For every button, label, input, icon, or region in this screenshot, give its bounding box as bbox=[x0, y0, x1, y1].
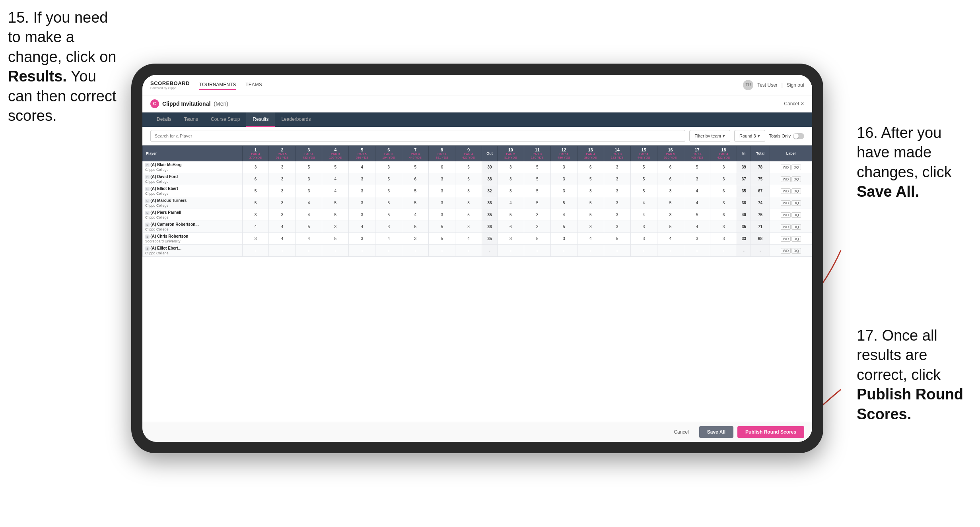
score-h13[interactable]: 5 bbox=[577, 173, 604, 185]
score-h9[interactable]: 3 bbox=[455, 221, 482, 233]
score-h4[interactable]: 5 bbox=[322, 161, 349, 173]
score-h6[interactable]: 5 bbox=[375, 209, 402, 221]
score-h18[interactable]: 6 bbox=[710, 185, 737, 197]
score-h10[interactable]: 4 bbox=[497, 197, 524, 209]
score-h14[interactable]: 3 bbox=[604, 161, 630, 173]
score-h10[interactable]: 3 bbox=[497, 185, 524, 197]
score-h17[interactable]: 3 bbox=[684, 233, 710, 245]
score-h11[interactable]: 5 bbox=[524, 233, 550, 245]
score-h16[interactable]: - bbox=[657, 245, 684, 257]
dq-button[interactable]: DQ bbox=[791, 200, 801, 206]
dq-button[interactable]: DQ bbox=[791, 212, 801, 218]
score-h7[interactable]: 3 bbox=[402, 233, 429, 245]
score-h3[interactable]: 4 bbox=[296, 197, 322, 209]
tab-leaderboards[interactable]: Leaderboards bbox=[275, 112, 317, 127]
tab-teams[interactable]: Teams bbox=[178, 112, 204, 127]
score-h9[interactable]: 5 bbox=[455, 209, 482, 221]
score-h16[interactable]: 5 bbox=[657, 221, 684, 233]
score-h2[interactable]: 3 bbox=[269, 161, 296, 173]
score-h14[interactable]: 3 bbox=[604, 173, 630, 185]
score-h3[interactable]: - bbox=[296, 245, 322, 257]
score-h4[interactable]: - bbox=[322, 245, 349, 257]
publish-round-scores-button[interactable]: Publish Round Scores bbox=[737, 426, 804, 438]
score-h6[interactable]: 5 bbox=[375, 197, 402, 209]
score-h6[interactable]: 4 bbox=[375, 233, 402, 245]
score-h14[interactable]: 5 bbox=[604, 233, 630, 245]
score-h5[interactable]: 3 bbox=[349, 197, 375, 209]
score-h15[interactable]: - bbox=[630, 245, 657, 257]
score-h3[interactable]: 3 bbox=[296, 173, 322, 185]
score-h15[interactable]: 4 bbox=[630, 197, 657, 209]
score-h7[interactable]: 5 bbox=[402, 161, 429, 173]
score-h14[interactable]: 3 bbox=[604, 185, 630, 197]
score-h6[interactable]: 3 bbox=[375, 221, 402, 233]
round-selector[interactable]: Round 3 ▾ bbox=[734, 130, 765, 142]
score-h8[interactable]: 3 bbox=[429, 209, 455, 221]
search-input[interactable] bbox=[150, 130, 685, 142]
score-h8[interactable]: 5 bbox=[429, 221, 455, 233]
nav-teams[interactable]: TEAMS bbox=[245, 80, 262, 90]
score-h18[interactable]: 6 bbox=[710, 209, 737, 221]
score-h14[interactable]: 3 bbox=[604, 209, 630, 221]
score-h4[interactable]: 5 bbox=[322, 197, 349, 209]
score-h16[interactable]: 4 bbox=[657, 233, 684, 245]
score-h15[interactable]: 5 bbox=[630, 185, 657, 197]
score-h11[interactable]: 5 bbox=[524, 173, 550, 185]
score-h5[interactable]: 3 bbox=[349, 173, 375, 185]
tab-course-setup[interactable]: Course Setup bbox=[204, 112, 246, 127]
score-h8[interactable]: 3 bbox=[429, 197, 455, 209]
score-h15[interactable]: 5 bbox=[630, 173, 657, 185]
score-h5[interactable]: 4 bbox=[349, 161, 375, 173]
dq-button[interactable]: DQ bbox=[791, 224, 801, 230]
score-h17[interactable]: 4 bbox=[684, 221, 710, 233]
score-h2[interactable]: - bbox=[269, 245, 296, 257]
score-h12[interactable]: - bbox=[550, 245, 577, 257]
score-h18[interactable]: 3 bbox=[710, 233, 737, 245]
score-h13[interactable]: 4 bbox=[577, 233, 604, 245]
score-h2[interactable]: 3 bbox=[269, 197, 296, 209]
score-h17[interactable]: 5 bbox=[684, 161, 710, 173]
score-h1[interactable]: - bbox=[242, 245, 269, 257]
score-h11[interactable]: 3 bbox=[524, 221, 550, 233]
score-h8[interactable]: 6 bbox=[429, 161, 455, 173]
score-h7[interactable]: 4 bbox=[402, 209, 429, 221]
score-h4[interactable]: 4 bbox=[322, 185, 349, 197]
score-h13[interactable]: 6 bbox=[577, 161, 604, 173]
score-h5[interactable]: 4 bbox=[349, 221, 375, 233]
filter-team-btn[interactable]: Filter by team ▾ bbox=[689, 130, 730, 142]
score-h12[interactable]: 3 bbox=[550, 161, 577, 173]
score-h16[interactable]: 6 bbox=[657, 161, 684, 173]
score-h14[interactable]: 3 bbox=[604, 197, 630, 209]
score-h2[interactable]: 4 bbox=[269, 221, 296, 233]
score-h1[interactable]: 3 bbox=[242, 233, 269, 245]
score-h11[interactable]: 5 bbox=[524, 161, 550, 173]
score-h2[interactable]: 4 bbox=[269, 233, 296, 245]
score-h10[interactable]: 3 bbox=[497, 233, 524, 245]
score-h3[interactable]: 5 bbox=[296, 161, 322, 173]
score-h3[interactable]: 4 bbox=[296, 209, 322, 221]
score-h18[interactable]: 3 bbox=[710, 161, 737, 173]
score-h11[interactable]: - bbox=[524, 245, 550, 257]
score-h11[interactable]: 5 bbox=[524, 185, 550, 197]
score-h17[interactable]: 4 bbox=[684, 185, 710, 197]
score-h7[interactable]: - bbox=[402, 245, 429, 257]
score-h15[interactable]: 4 bbox=[630, 209, 657, 221]
sign-out-link[interactable]: Sign out bbox=[787, 82, 804, 88]
cancel-action-button[interactable]: Cancel bbox=[667, 426, 695, 438]
score-h7[interactable]: 6 bbox=[402, 173, 429, 185]
dq-button[interactable]: DQ bbox=[791, 236, 801, 242]
score-h16[interactable]: 3 bbox=[657, 209, 684, 221]
score-h9[interactable]: - bbox=[455, 245, 482, 257]
dq-button[interactable]: DQ bbox=[791, 188, 801, 194]
score-h4[interactable]: 3 bbox=[322, 221, 349, 233]
score-h6[interactable]: - bbox=[375, 245, 402, 257]
score-h18[interactable]: 3 bbox=[710, 173, 737, 185]
score-h5[interactable]: 3 bbox=[349, 209, 375, 221]
score-h10[interactable]: 3 bbox=[497, 173, 524, 185]
score-h9[interactable]: 5 bbox=[455, 161, 482, 173]
score-h15[interactable]: 5 bbox=[630, 161, 657, 173]
score-h12[interactable]: 3 bbox=[550, 185, 577, 197]
score-h8[interactable]: - bbox=[429, 245, 455, 257]
score-h8[interactable]: 3 bbox=[429, 185, 455, 197]
score-h17[interactable]: 5 bbox=[684, 209, 710, 221]
